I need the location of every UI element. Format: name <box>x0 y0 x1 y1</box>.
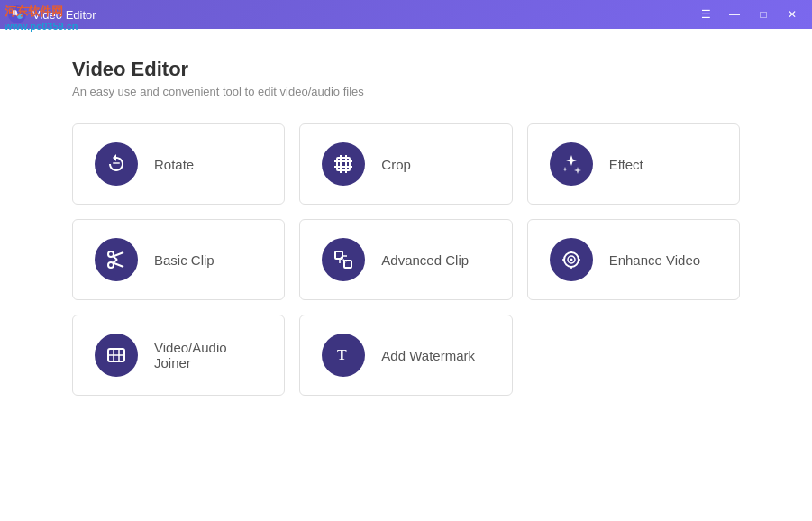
svg-point-10 <box>108 251 114 257</box>
menu-button[interactable]: ☰ <box>693 5 718 24</box>
joiner-icon <box>95 334 138 377</box>
video-audio-joiner-card[interactable]: Video/Audio Joiner <box>72 315 285 396</box>
svg-point-23 <box>570 259 572 261</box>
advanced-clip-card[interactable]: Advanced Clip <box>299 219 512 300</box>
crop-label: Crop <box>381 157 411 172</box>
titlebar-title: Video Editor <box>32 8 693 22</box>
cards-grid-row3: Video/Audio Joiner T Add Watermark <box>72 315 740 396</box>
rotate-card[interactable]: Rotate <box>72 123 285 205</box>
page-title: Video Editor <box>72 58 740 81</box>
maximize-button[interactable]: □ <box>751 5 776 24</box>
enhance-video-card[interactable]: Enhance Video <box>527 219 740 300</box>
advanced-clip-label: Advanced Clip <box>381 252 469 268</box>
rotate-label: Rotate <box>154 157 194 172</box>
effect-card[interactable]: Effect <box>527 123 740 205</box>
svg-rect-5 <box>337 158 350 170</box>
advanced-clip-icon <box>322 238 365 281</box>
svg-rect-17 <box>344 260 351 268</box>
svg-line-13 <box>114 263 124 268</box>
svg-line-12 <box>114 252 124 257</box>
cards-grid-row1: Rotate Crop Ef <box>72 123 740 205</box>
svg-point-3 <box>16 14 19 16</box>
crop-card[interactable]: Crop <box>299 123 512 205</box>
effect-icon <box>550 142 593 186</box>
page-subtitle: An easy use and convenient tool to edit … <box>72 85 740 98</box>
basic-clip-label: Basic Clip <box>154 252 214 268</box>
svg-text:T: T <box>337 347 347 362</box>
enhance-video-label: Enhance Video <box>609 252 700 268</box>
svg-rect-4 <box>113 162 120 164</box>
rotate-icon <box>95 142 138 186</box>
main-content: Video Editor An easy use and convenient … <box>0 29 812 414</box>
enhance-icon <box>550 238 593 281</box>
watermark-add-icon: T <box>322 334 365 377</box>
add-watermark-card[interactable]: T Add Watermark <box>299 315 512 396</box>
cards-grid-row2: Basic Clip Advanced Clip <box>72 219 740 300</box>
video-audio-joiner-label: Video/Audio Joiner <box>154 340 262 370</box>
minimize-button[interactable]: — <box>722 5 747 24</box>
basic-clip-card[interactable]: Basic Clip <box>72 219 285 300</box>
crop-icon <box>322 142 365 186</box>
close-button[interactable]: ✕ <box>780 5 805 24</box>
effect-label: Effect <box>609 157 643 172</box>
titlebar: Video Editor ☰ — □ ✕ <box>0 0 812 29</box>
app-logo-icon <box>7 5 27 24</box>
titlebar-controls: ☰ — □ ✕ <box>693 5 805 24</box>
svg-line-15 <box>114 260 118 263</box>
add-watermark-label: Add Watermark <box>381 348 475 363</box>
scissors-icon <box>95 238 138 281</box>
svg-point-11 <box>108 262 114 268</box>
